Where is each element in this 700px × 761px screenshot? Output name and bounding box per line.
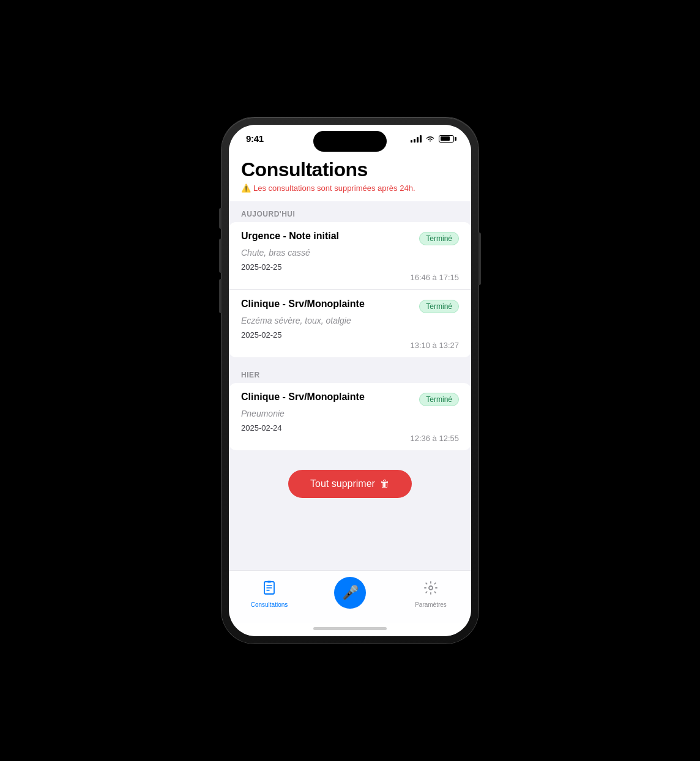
section-header-yesterday: HIER bbox=[229, 362, 471, 383]
status-badge-2: Terminé bbox=[419, 300, 459, 313]
delete-all-label: Tout supprimer bbox=[310, 478, 375, 489]
volume-up-button bbox=[219, 239, 222, 273]
mic-button[interactable]: 🎤 bbox=[334, 577, 366, 609]
nav-item-parametres[interactable]: Paramètres bbox=[411, 581, 450, 608]
signal-bar-4 bbox=[420, 135, 422, 143]
today-consultation-list: Urgence - Note initial Terminé Chute, br… bbox=[229, 222, 471, 357]
nav-item-consultations[interactable]: Consultations bbox=[250, 581, 289, 608]
consultation-card-2[interactable]: Clinique - Srv/Monoplainte Terminé Eczém… bbox=[229, 290, 471, 357]
status-icons bbox=[411, 135, 454, 143]
card-time-1: 16:46 à 17:15 bbox=[241, 273, 459, 282]
wifi-icon bbox=[425, 135, 435, 143]
parametres-icon bbox=[423, 581, 438, 599]
nav-label-consultations: Consultations bbox=[251, 601, 288, 608]
consultation-card-1[interactable]: Urgence - Note initial Terminé Chute, br… bbox=[229, 222, 471, 290]
bottom-spacer bbox=[229, 513, 471, 549]
nav-item-mic[interactable]: 🎤 bbox=[330, 577, 370, 611]
page-title: Consultations bbox=[241, 158, 459, 181]
battery-fill bbox=[441, 136, 450, 141]
battery-icon bbox=[439, 135, 454, 143]
card-subtitle-2: Eczéma sévère, toux, otalgie bbox=[241, 316, 459, 325]
signal-bar-3 bbox=[417, 137, 419, 143]
home-bar bbox=[313, 627, 387, 630]
card-title-3: Clinique - Srv/Monoplainte bbox=[241, 392, 414, 403]
trash-icon: 🗑 bbox=[380, 478, 390, 489]
card-subtitle-1: Chute, bras cassé bbox=[241, 248, 459, 258]
card-time-2: 13:10 à 13:27 bbox=[241, 341, 459, 350]
page-header: Consultations ⚠️ Les consultations sont … bbox=[229, 149, 471, 201]
nav-label-parametres: Paramètres bbox=[415, 601, 447, 608]
card-subtitle-3: Pneumonie bbox=[241, 409, 459, 418]
svg-point-5 bbox=[429, 586, 433, 590]
card-time-3: 12:36 à 12:55 bbox=[241, 434, 459, 443]
status-badge-1: Terminé bbox=[419, 232, 459, 245]
consultation-card-3[interactable]: Clinique - Srv/Monoplainte Terminé Pneum… bbox=[229, 383, 471, 450]
section-header-today: AUJOURD'HUI bbox=[229, 201, 471, 222]
phone-body: 9:41 bbox=[222, 117, 478, 644]
phone-screen: 9:41 bbox=[229, 125, 471, 636]
phone-wrapper: 9:41 bbox=[222, 117, 478, 644]
mic-icon: 🎤 bbox=[342, 585, 359, 601]
volume-down-button bbox=[219, 279, 222, 313]
card-top-row-3: Clinique - Srv/Monoplainte Terminé bbox=[241, 392, 459, 406]
warning-icon: ⚠️ bbox=[241, 184, 251, 193]
status-time: 9:41 bbox=[246, 133, 264, 144]
screen-content[interactable]: Consultations ⚠️ Les consultations sont … bbox=[229, 149, 471, 570]
card-date-2: 2025-02-25 bbox=[241, 330, 459, 340]
card-title-1: Urgence - Note initial bbox=[241, 231, 414, 242]
status-badge-3: Terminé bbox=[419, 393, 459, 406]
consultations-icon bbox=[262, 581, 277, 599]
svg-rect-4 bbox=[267, 581, 271, 582]
yesterday-consultation-list: Clinique - Srv/Monoplainte Terminé Pneum… bbox=[229, 383, 471, 450]
mute-button bbox=[219, 208, 222, 229]
delete-btn-container: Tout supprimer 🗑 bbox=[229, 455, 471, 513]
card-top-row-2: Clinique - Srv/Monoplainte Terminé bbox=[241, 299, 459, 313]
card-date-3: 2025-02-24 bbox=[241, 423, 459, 432]
bottom-nav: Consultations 🎤 Param bbox=[229, 570, 471, 623]
card-top-row-1: Urgence - Note initial Terminé bbox=[241, 231, 459, 245]
power-button bbox=[478, 232, 481, 285]
status-bar: 9:41 bbox=[229, 125, 471, 149]
warning-text: Les consultations sont supprimées après … bbox=[253, 184, 415, 193]
card-title-2: Clinique - Srv/Monoplainte bbox=[241, 299, 414, 310]
home-indicator bbox=[229, 623, 471, 636]
signal-bars-icon bbox=[411, 135, 422, 143]
card-date-1: 2025-02-25 bbox=[241, 262, 459, 272]
warning-row: ⚠️ Les consultations sont supprimées apr… bbox=[241, 184, 459, 193]
signal-bar-2 bbox=[414, 139, 415, 143]
dynamic-island bbox=[313, 131, 387, 152]
signal-bar-1 bbox=[411, 140, 412, 143]
delete-all-button[interactable]: Tout supprimer 🗑 bbox=[288, 470, 412, 498]
